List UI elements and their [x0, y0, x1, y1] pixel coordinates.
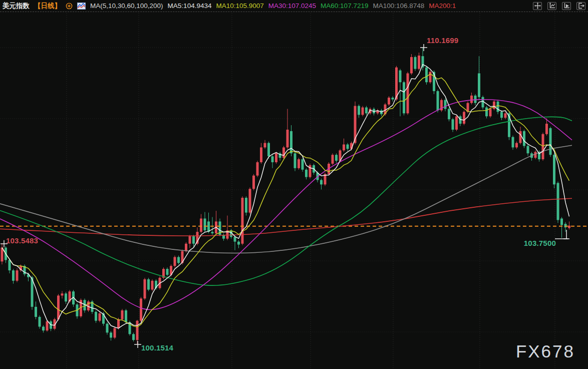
fx678-watermark: FX678 — [516, 341, 575, 361]
candle-body — [365, 108, 368, 114]
candle-body — [16, 270, 19, 281]
candle-body — [493, 102, 495, 109]
candle-body — [264, 143, 266, 148]
candle-body — [549, 128, 552, 155]
ma-line-ma100 — [0, 145, 572, 253]
candle-body — [512, 137, 514, 148]
candle-body — [347, 145, 349, 149]
candle-body — [12, 270, 15, 281]
candle-body — [275, 153, 277, 162]
candle-body — [211, 232, 214, 233]
candle-body — [504, 113, 507, 118]
candle-body — [470, 96, 473, 103]
chart-header: 美元指数 【日线】 MA(5,10,30,60,100,200) MA5:104… — [0, 0, 588, 12]
candle-body — [286, 130, 289, 148]
candle-body — [519, 131, 522, 143]
candle-body — [478, 73, 480, 97]
candle-body — [114, 328, 116, 337]
ma-line-ma200 — [0, 198, 572, 236]
symbol-name: 美元指数 — [3, 2, 30, 11]
exit-fullscreen-button[interactable] — [576, 2, 585, 10]
candle-body — [35, 307, 37, 317]
candle-body — [290, 131, 292, 153]
candle-body — [444, 100, 447, 109]
axis-play-button[interactable] — [562, 2, 571, 10]
candle-body — [256, 162, 259, 176]
candle-body — [147, 279, 150, 290]
candle-body — [335, 155, 338, 161]
candle-body — [166, 269, 169, 275]
ma30-value: MA30:107.0245 — [268, 2, 316, 10]
candle-body — [298, 159, 300, 168]
candle-body — [358, 106, 360, 115]
candle-body — [117, 319, 120, 328]
add-indicator-icon[interactable] — [66, 3, 73, 10]
candle-body — [527, 146, 529, 153]
candle-body — [121, 310, 124, 319]
candle-body — [204, 218, 206, 230]
candle-body — [294, 153, 297, 168]
ma10-value: MA10:105.9007 — [216, 2, 263, 10]
candle-body — [474, 96, 477, 103]
candle-body — [241, 198, 244, 244]
pan-tool-button[interactable] — [533, 2, 542, 10]
candle-body — [174, 257, 176, 266]
candle-body — [399, 71, 402, 83]
ma5-value: MA5:104.9434 — [168, 2, 212, 10]
candle-body — [302, 159, 304, 170]
candle-body — [403, 82, 405, 113]
annotation-low-price: 100.1514 — [141, 343, 173, 352]
candle-body — [237, 242, 240, 245]
candle-body — [388, 98, 390, 105]
candle-body — [448, 109, 450, 119]
candle-body — [245, 198, 247, 213]
candle-body — [407, 73, 409, 113]
candle-body — [489, 109, 492, 116]
candle-body — [515, 143, 518, 148]
candle-body — [99, 313, 101, 321]
mini-chart-icon[interactable] — [77, 3, 86, 10]
candle-body — [42, 326, 45, 330]
candle-body — [425, 68, 428, 83]
candle-body — [110, 332, 112, 337]
axis-chart-button[interactable] — [547, 2, 556, 10]
candle-body — [523, 131, 525, 146]
ma-line-ma60 — [0, 117, 572, 285]
candle-body — [61, 293, 64, 295]
candle-body — [455, 116, 458, 130]
candle-body — [271, 156, 274, 162]
candle-body — [252, 176, 255, 189]
candle-body — [65, 293, 67, 301]
candle-body — [534, 152, 537, 158]
candle-body — [46, 321, 49, 330]
ma-line-ma5 — [2, 65, 569, 328]
candle-body — [234, 237, 236, 241]
candle-body — [497, 102, 499, 112]
candle-body — [414, 57, 417, 69]
candle-body — [500, 112, 503, 118]
candle-body — [95, 312, 97, 321]
candle-body — [249, 189, 251, 212]
gridlines — [0, 13, 588, 369]
annotation-last-low-price: 103.7500 — [524, 239, 556, 247]
candle-body — [185, 244, 187, 251]
candle-body — [151, 281, 154, 290]
candle-body — [57, 295, 60, 319]
price-chart-canvas[interactable] — [0, 0, 588, 369]
candle-body — [564, 224, 567, 227]
candle-body — [343, 145, 345, 151]
annotation-range-start-high: 103.5483 — [6, 236, 38, 245]
period-selector[interactable]: 【日线】 — [34, 2, 61, 11]
candle-body — [39, 317, 41, 327]
ma200-value: MA200:1 — [429, 2, 456, 10]
candle-body — [106, 324, 109, 333]
candle-body — [410, 57, 413, 74]
candle-body — [132, 334, 135, 340]
ma-line-ma10 — [2, 74, 569, 327]
candle-body — [545, 124, 548, 134]
ma100-value: MA100:106.8748 — [373, 2, 424, 10]
candle-body — [362, 108, 364, 115]
candle-body — [485, 108, 488, 117]
candle-body — [437, 91, 439, 110]
annotation-high-price: 110.1699 — [427, 36, 458, 45]
